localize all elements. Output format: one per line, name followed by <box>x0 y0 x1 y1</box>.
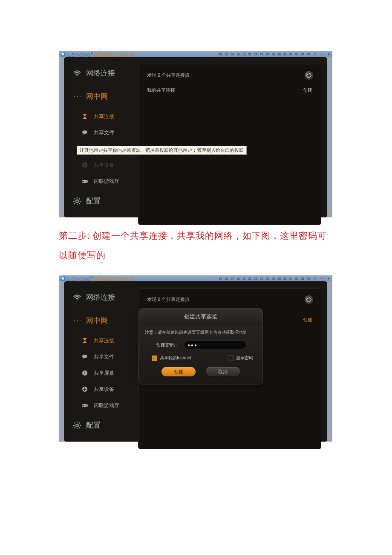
dialog-title: 创建共享连接 <box>139 309 262 325</box>
gear-icon <box>73 197 81 205</box>
wifi-icon <box>73 69 81 77</box>
dialog-note: 注意：请在创建以前先设置无线网卡为自动获取IP地址 <box>139 325 262 338</box>
svg-point-8 <box>86 182 87 182</box>
svg-point-0 <box>77 75 78 76</box>
sidebar-item-label: 共享连接 <box>94 113 114 120</box>
sidebar-item-label: 共享设备 <box>94 162 114 169</box>
ruler-ticks: 10121416182022242628303234363840 ? − ✕ <box>219 275 332 281</box>
hourglass-icon <box>81 337 89 344</box>
checkbox-label: 显示密码 <box>236 355 253 361</box>
svg-line-34 <box>75 427 75 428</box>
sidebar-item-share-conn[interactable]: 共享连接 <box>64 109 136 124</box>
chat-icon <box>81 353 89 361</box>
share-internet-checkbox[interactable]: ✓ 共享我的Internet <box>152 355 191 361</box>
tooltip: 让其他用户共享你的屏幕资源；把屏幕投影给其他用户；管理别人给自己的投影 <box>77 146 247 155</box>
content-panel: 发现 0 个共享连接点 我的共享连接 创建 <box>138 64 321 225</box>
svg-point-20 <box>82 355 87 358</box>
gear-icon <box>73 422 81 429</box>
app-logo-icon: R <box>61 52 66 57</box>
sidebar-item-game-hall[interactable]: 闪联游戏厅 <box>64 398 136 413</box>
plus-circle-icon <box>81 385 89 393</box>
svg-text:i: i <box>84 371 86 375</box>
found-line: 发现 0 个共享连接点 <box>147 72 312 78</box>
svg-text:‹···›: ‹···› <box>73 318 81 324</box>
help-icon[interactable]: ? <box>313 52 317 56</box>
close-icon[interactable]: ✕ <box>326 52 331 56</box>
svg-line-15 <box>79 203 80 204</box>
sidebar: 网络连接 ‹···› 网中网 共享连接 <box>64 285 136 438</box>
hourglass-icon <box>81 113 89 120</box>
close-icon[interactable]: ✕ <box>326 276 331 280</box>
mesh-icon: ‹···› <box>73 317 81 325</box>
sidebar-item-settings[interactable]: 配置 <box>64 190 136 212</box>
sidebar-item-share-file[interactable]: 共享文件 <box>64 125 136 140</box>
create-link[interactable]: 创建 <box>303 87 312 93</box>
step-caption: 第二步: 创建一个共享连接，共享我的网络，如下图，这里密码可以随便写的 <box>59 226 333 265</box>
svg-line-17 <box>79 198 80 199</box>
sidebar-item-label: 配置 <box>86 196 101 206</box>
password-input[interactable] <box>184 341 247 349</box>
sidebar-item-network[interactable]: 网络连接 <box>64 62 136 84</box>
sidebar-item-share-screen[interactable]: i 共享屏幕 <box>64 366 136 380</box>
sidebar-item-label: 网络连接 <box>86 292 115 302</box>
sidebar-item-label: 共享屏幕 <box>94 370 114 377</box>
cancel-button[interactable]: 取消 <box>206 367 240 376</box>
sidebar-item-share-file[interactable]: 共享文件 <box>64 350 136 364</box>
password-label: 创建密码： <box>156 342 179 348</box>
sidebar-item-label: 共享设备 <box>94 386 114 393</box>
app-title: Lenovo°ReadyComm <box>67 51 135 58</box>
app-title: Lenovo°ReadyComm <box>67 275 135 282</box>
ruler-ticks: 10121416182022242628303234363840 ? − ✕ <box>219 51 332 57</box>
svg-point-26 <box>86 406 87 407</box>
show-password-checkbox[interactable]: 显示密码 <box>228 355 253 361</box>
sidebar-item-label: 网中网 <box>86 92 108 101</box>
sidebar-item-mesh[interactable]: ‹···› 网中网 <box>64 310 136 332</box>
refresh-button[interactable] <box>305 295 313 304</box>
help-icon[interactable]: ? <box>313 276 317 280</box>
found-line: 发现 0 个共享连接点 <box>147 296 312 303</box>
screenshot-1: R Lenovo°ReadyComm 101214161820222426283… <box>59 51 332 217</box>
my-share-label: 我的共享连接 <box>147 87 175 93</box>
svg-line-32 <box>75 422 75 423</box>
svg-point-9 <box>76 200 78 202</box>
svg-point-18 <box>77 299 78 301</box>
titlebar: R Lenovo°ReadyComm 101214161820222426283… <box>59 51 332 57</box>
sidebar-item-network[interactable]: 网络连接 <box>64 286 136 308</box>
sidebar-item-share-device[interactable]: 共享设备 <box>64 382 136 396</box>
svg-line-14 <box>75 198 75 199</box>
svg-line-35 <box>79 422 80 423</box>
checkbox-off-icon <box>228 356 233 361</box>
sidebar-item-label: 共享文件 <box>94 353 114 361</box>
refresh-button[interactable] <box>305 71 313 80</box>
checkbox-label: 共享我的Internet <box>160 355 191 361</box>
minimize-icon[interactable]: − <box>320 276 324 280</box>
sidebar-item-mesh[interactable]: ‹···› 网中网 <box>64 86 136 107</box>
screenshot-2: R Lenovo°ReadyComm 101214161820222426283… <box>59 275 332 442</box>
svg-point-7 <box>86 181 86 182</box>
chat-icon <box>81 129 89 136</box>
sidebar-item-label: 配置 <box>86 420 101 430</box>
svg-point-27 <box>76 424 78 427</box>
sidebar-item-settings[interactable]: 配置 <box>64 414 136 436</box>
create-button[interactable]: 创建 <box>161 367 196 376</box>
sidebar-item-label: 网中网 <box>86 316 108 326</box>
svg-point-2 <box>82 130 87 134</box>
create-link[interactable]: 创建 <box>303 317 312 323</box>
sidebar-item-game-hall[interactable]: 闪联游戏厅 <box>64 174 136 188</box>
create-share-dialog: 创建共享连接 注意：请在创建以前先设置无线网卡为自动获取IP地址 创建密码： ✓… <box>138 308 263 384</box>
sidebar-item-label: 共享连接 <box>94 337 114 344</box>
checkbox-on-icon: ✓ <box>152 356 157 361</box>
svg-point-25 <box>86 405 86 406</box>
svg-text:‹···›: ‹···› <box>73 94 81 99</box>
content-panel: 发现 0 个共享连接点 创建 创建共享连接 注意：请在创建以前先设置无线网卡为自… <box>138 288 321 449</box>
app-logo-icon: R <box>61 276 66 281</box>
sidebar-item-share-conn[interactable]: 共享连接 <box>64 333 136 348</box>
info-icon: i <box>81 369 89 377</box>
titlebar: R Lenovo°ReadyComm 101214161820222426283… <box>59 275 332 281</box>
sidebar-item-share-device[interactable]: 共享设备 <box>64 158 136 172</box>
minimize-icon[interactable]: − <box>320 52 324 56</box>
svg-line-33 <box>79 427 80 428</box>
mesh-icon: ‹···› <box>73 93 81 101</box>
sidebar: 网络连接 ‹···› 网中网 共享连接 <box>64 61 136 214</box>
sidebar-item-label: 共享文件 <box>94 129 114 136</box>
